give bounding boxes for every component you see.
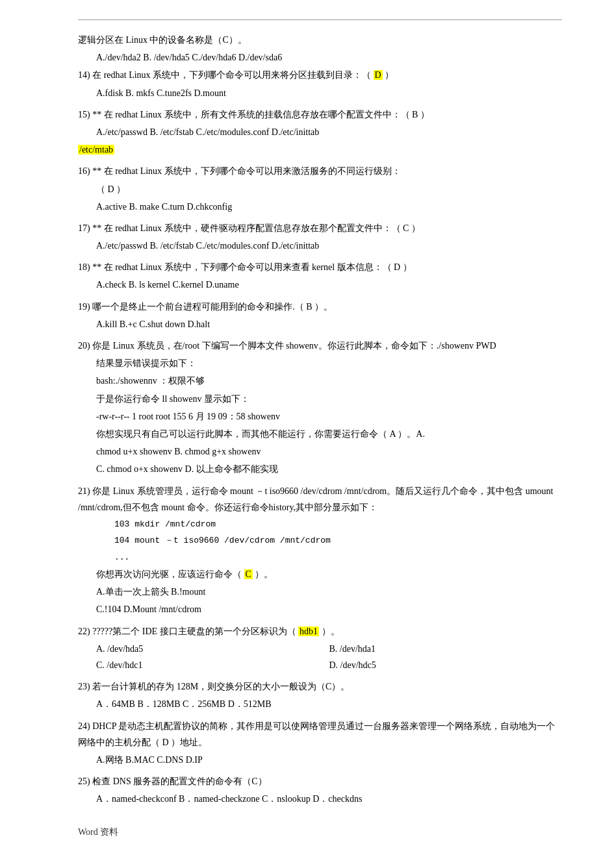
- question-19: 19) 哪一个是终止一个前台进程可能用到的命令和操作.（ B ）。 A.kill…: [78, 299, 562, 332]
- q15-answer-highlight: /etc/mtab: [78, 145, 114, 155]
- q22-opt-a: A. /dev/hda5: [96, 641, 329, 657]
- question-15: 15) ** 在 redhat Linux 系统中，所有文件系统的挂载信息存放在…: [78, 106, 562, 158]
- q19-text: 19) 哪一个是终止一个前台进程可能用到的命令和操作.（ B ）。: [78, 299, 562, 315]
- q20-sub4: -rw-r--r-- 1 root root 155 6 月 19 09：58 …: [78, 408, 562, 425]
- question-25: 25) 检查 DNS 服务器的配置文件的命令有（C） A．named-check…: [78, 773, 562, 807]
- q21-text: 21) 你是 Linux 系统管理员，运行命令 mount －t iso9660…: [78, 483, 562, 515]
- question-21: 21) 你是 Linux 系统管理员，运行命令 mount －t iso9660…: [78, 483, 562, 618]
- q20-sub2: bash:./showennv ：权限不够: [78, 373, 562, 389]
- intro-options: A./dev/hda2 B. /dev/hda5 C./dev/hda6 D./…: [78, 49, 562, 66]
- q17-options: A./etc/passwd B. /etc/fstab C./etc/modul…: [78, 238, 562, 254]
- q14-options: A.fdisk B. mkfs C.tune2fs D.mount: [78, 85, 562, 101]
- q24-text: 24) DHCP 是动态主机配置协议的简称，其作用是可以使网络管理员通过一台服务…: [78, 718, 562, 750]
- q16-options: A.active B. make C.turn D.chkconfig: [78, 199, 562, 215]
- question-24: 24) DHCP 是动态主机配置协议的简称，其作用是可以使网络管理员通过一台服务…: [78, 718, 562, 769]
- q20-sub3: 于是你运行命令 ll showenv 显示如下：: [78, 391, 562, 407]
- q25-options: A．named-checkconf B．named-checkzone C．ns…: [78, 791, 562, 807]
- question-18: 18) ** 在 redhat Linux 系统中，下列哪个命令可以用来查看 k…: [78, 259, 562, 293]
- q21-code1: 103 mkdir /mnt/cdrom: [78, 517, 562, 532]
- q21-answer: C: [244, 569, 253, 579]
- q18-text: 18) ** 在 redhat Linux 系统中，下列哪个命令可以用来查看 k…: [78, 259, 562, 275]
- q23-text: 23) 若一台计算机的存为 128M，则交换分区的大小一般设为（C）。: [78, 678, 562, 695]
- q15-highlight: /etc/mtab: [78, 142, 562, 158]
- q16-answer-line: （ D ）: [78, 181, 562, 197]
- q21-opt1: A.单击一次上箭头 B.!mount: [78, 584, 562, 600]
- intro-question: 逻辑分区在 Linux 中的设备名称是（C）。: [78, 32, 562, 48]
- q15-text: 15) ** 在 redhat Linux 系统中，所有文件系统的挂载信息存放在…: [78, 106, 562, 123]
- q20-sub1: 结果显示错误提示如下：: [78, 355, 562, 371]
- q22-opt-c: C. /dev/hdc1: [96, 657, 329, 673]
- q14-text: 14) 在 redhat Linux 系统中，下列哪个命令可以用来将分区挂载到目…: [78, 67, 562, 83]
- main-content: 逻辑分区在 Linux 中的设备名称是（C）。 A./dev/hda2 B. /…: [78, 32, 562, 807]
- q25-text: 25) 检查 DNS 服务器的配置文件的命令有（C）: [78, 773, 562, 789]
- q22-options-table: A. /dev/hda5 B. /dev/hda1 C. /dev/hdc1 D…: [96, 641, 562, 673]
- q21-code2: 104 mount －t iso9660 /dev/cdrom /mnt/cdr…: [78, 533, 562, 548]
- q22-opt-b: B. /dev/hda1: [329, 641, 563, 657]
- footer: Word 资料: [78, 826, 562, 838]
- q24-options: A.网络 B.MAC C.DNS D.IP: [78, 752, 562, 768]
- question-20: 20) 你是 Linux 系统员，在/root 下编写一个脚本文件 showen…: [78, 338, 562, 478]
- q21-after: 你想再次访问光驱，应该运行命令（ C ）。: [78, 566, 562, 582]
- q23-options: A．64MB B．128MB C．256MB D．512MB: [78, 696, 562, 712]
- q20-opt1: chmod u+x showenv B. chmod g+x showenv: [78, 443, 562, 460]
- question-22: 22) ?????第二个 IDE 接口主硬盘的第一个分区标识为（ hdb1 ）。…: [78, 623, 562, 674]
- q16-text: 16) ** 在 redhat Linux 系统中，下列哪个命令可以用来激活服务…: [78, 163, 562, 179]
- question-17: 17) ** 在 redhat Linux 系统中，硬件驱动程序配置信息存放在那…: [78, 220, 562, 254]
- question-16: 16) ** 在 redhat Linux 系统中，下列哪个命令可以用来激活服务…: [78, 163, 562, 215]
- q21-code3: ...: [78, 550, 562, 565]
- q14-answer: D: [374, 70, 383, 80]
- q15-options: A./etc/passwd B. /etc/fstab C./etc/modul…: [78, 124, 562, 140]
- q22-opt-d: D. /dev/hdc5: [329, 657, 563, 673]
- question-14: 14) 在 redhat Linux 系统中，下列哪个命令可以用来将分区挂载到目…: [78, 67, 562, 101]
- footer-text: Word 资料: [78, 827, 118, 837]
- q17-text: 17) ** 在 redhat Linux 系统中，硬件驱动程序配置信息存放在那…: [78, 220, 562, 236]
- question-23: 23) 若一台计算机的存为 128M，则交换分区的大小一般设为（C）。 A．64…: [78, 678, 562, 712]
- q19-options: A.kill B.+c C.shut down D.halt: [78, 316, 562, 332]
- q21-opt2: C.!104 D.Mount /mnt/cdrom: [78, 601, 562, 617]
- q20-sub5: 你想实现只有自己可以运行此脚本，而其他不能运行，你需要运行命令（ A ）。A.: [78, 426, 562, 442]
- q22-answer: hdb1: [298, 626, 319, 636]
- q22-text: 22) ?????第二个 IDE 接口主硬盘的第一个分区标识为（ hdb1 ）。: [78, 623, 562, 639]
- q20-text: 20) 你是 Linux 系统员，在/root 下编写一个脚本文件 showen…: [78, 338, 562, 354]
- top-divider: [78, 19, 562, 20]
- q18-options: A.check B. ls kernel C.kernel D.uname: [78, 277, 562, 293]
- q20-opt2: C. chmod o+x showenv D. 以上命令都不能实现: [78, 461, 562, 477]
